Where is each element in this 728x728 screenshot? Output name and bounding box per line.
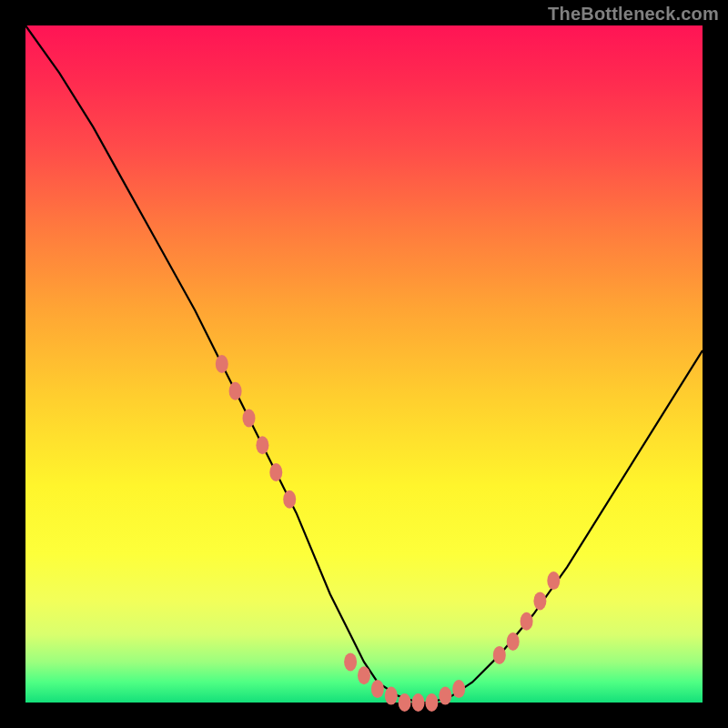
highlight-dot [547,571,560,590]
highlight-dot [283,490,296,509]
highlight-dot [425,693,438,712]
highlight-markers [216,355,561,712]
highlight-dot [256,436,268,454]
chart-frame: TheBottleneck.com [0,0,728,728]
watermark-text: TheBottleneck.com [548,4,719,25]
bottleneck-curve [25,25,703,703]
highlight-dot [243,410,256,428]
highlight-dot [216,355,228,373]
highlight-dot [493,646,506,664]
highlight-dot [521,612,533,631]
highlight-dot [439,687,451,705]
highlight-dot [229,382,242,400]
curve-svg [25,25,703,703]
highlight-dot [412,693,425,712]
highlight-dot [344,652,357,671]
plot-area [25,25,703,703]
highlight-dot [452,680,465,698]
highlight-dot [533,592,546,610]
highlight-dot [399,693,411,712]
highlight-dot [385,687,398,705]
highlight-dot [507,632,520,651]
highlight-dot [269,463,282,481]
highlight-dot [358,666,370,684]
highlight-dot [371,680,384,698]
